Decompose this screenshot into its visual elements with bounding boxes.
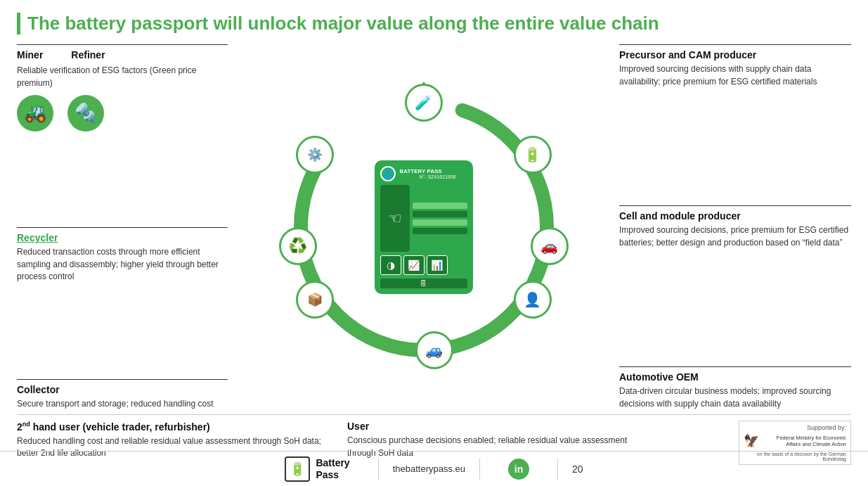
chart-pie-icon: ◑ — [380, 255, 401, 275]
user-title: User — [347, 421, 642, 432]
collector-text: Secure transport and storage; reduced ha… — [17, 398, 228, 410]
footer-bar: 🔋 BatteryPass thebatterypass.eu in 20 — [0, 451, 868, 486]
ministry-text: Federal Ministry for Economic Affairs an… — [762, 435, 846, 447]
miner-icon: 🚜 — [17, 95, 53, 132]
footer-page-number: 20 — [572, 463, 583, 475]
recycler-icon: ♻️ — [279, 227, 317, 265]
footer-divider-3 — [557, 459, 558, 480]
database-icon: 🗄 — [380, 279, 467, 288]
page: The battery passport will unlock major v… — [0, 0, 868, 486]
chart-bar-icon: 📊 — [427, 255, 448, 275]
footer-logo: 🔋 BatteryPass — [285, 456, 349, 482]
battery-card-id: N°- SZ41621956 — [420, 174, 456, 179]
refiner-title: Refiner — [71, 49, 105, 60]
recycler-text: Reduced transaction costs through more e… — [17, 246, 228, 283]
miner-refiner-text: Reliable verification of ESG factors (Gr… — [17, 65, 228, 89]
battery-card-title: BATTERY PASS — [400, 168, 456, 175]
page-title: The battery passport will unlock major v… — [17, 13, 851, 34]
cam-producer-icon: 🧪 — [405, 84, 443, 122]
footer-divider-2 — [479, 459, 480, 480]
section-collector: Collector Secure transport and storage; … — [17, 379, 228, 410]
cell-module-title: Cell and module producer — [619, 210, 851, 222]
footer-logo-text: BatteryPass — [316, 457, 349, 481]
refiner-icon: 🔩 — [67, 95, 104, 132]
section-cell-module: Cell and module producer Improved sourci… — [619, 205, 851, 249]
automotive-oem-text: Data-driven circular business models; im… — [619, 385, 851, 410]
left-column: Miner Refiner Reliable verification of E… — [17, 44, 235, 410]
fingerprint-icon: ☜ — [380, 185, 410, 252]
right-column: Precursor and CAM producer Improved sour… — [612, 44, 851, 410]
circle-diagram: 🌐 BATTERY PASS N°- SZ41621956 ☜ — [276, 79, 571, 375]
battery-card-globe-icon: 🌐 — [380, 166, 396, 181]
linkedin-icon[interactable]: in — [508, 459, 529, 480]
supported-label: Supported by: — [744, 424, 846, 431]
main-content: Miner Refiner Reliable verification of E… — [17, 44, 851, 410]
section-precursor-cam: Precursor and CAM producer Improved sour… — [619, 44, 851, 88]
automotive-oem-title: Automotive OEM — [619, 371, 851, 383]
battery-pass-logo-icon: 🔋 — [285, 456, 310, 482]
center-diagram: 🌐 BATTERY PASS N°- SZ41621956 ☜ — [235, 44, 612, 410]
footer-url: thebatterypass.eu — [393, 463, 465, 474]
footer-divider-1 — [378, 459, 379, 480]
precursor-cam-text: Improved sourcing decisions with supply … — [619, 63, 851, 88]
precursor-cam-title: Precursor and CAM producer — [619, 49, 851, 60]
chart-line-icon: 📈 — [403, 255, 425, 275]
recycler-title: Recycler — [17, 232, 228, 243]
cell-module-text: Improved sourcing decisions, price premi… — [619, 224, 851, 249]
automotive-oem-icon: 🚗 — [531, 227, 569, 265]
miner-title: Miner — [17, 49, 43, 60]
eagle-logo: 🦅 — [744, 433, 759, 449]
user-icon: 👤 — [514, 281, 552, 319]
section-automotive-oem: Automotive OEM Data-driven circular busi… — [619, 366, 851, 410]
second-hand-user-icon: 🚙 — [415, 331, 453, 369]
second-hand-user-title: 2nd hand user (vehicle trader, refurbish… — [17, 421, 333, 433]
collector-icon: 📦 — [296, 281, 334, 319]
collector-title: Collector — [17, 384, 228, 395]
section-recycler: Recycler Reduced transaction costs throu… — [17, 227, 228, 283]
section-miner-refiner: Miner Refiner Reliable verification of E… — [17, 44, 228, 132]
battery-pass-card: 🌐 BATTERY PASS N°- SZ41621956 ☜ — [375, 160, 473, 294]
miner-icon-circle: ⚙️ — [296, 136, 334, 174]
cell-module-icon: 🔋 — [514, 136, 552, 174]
